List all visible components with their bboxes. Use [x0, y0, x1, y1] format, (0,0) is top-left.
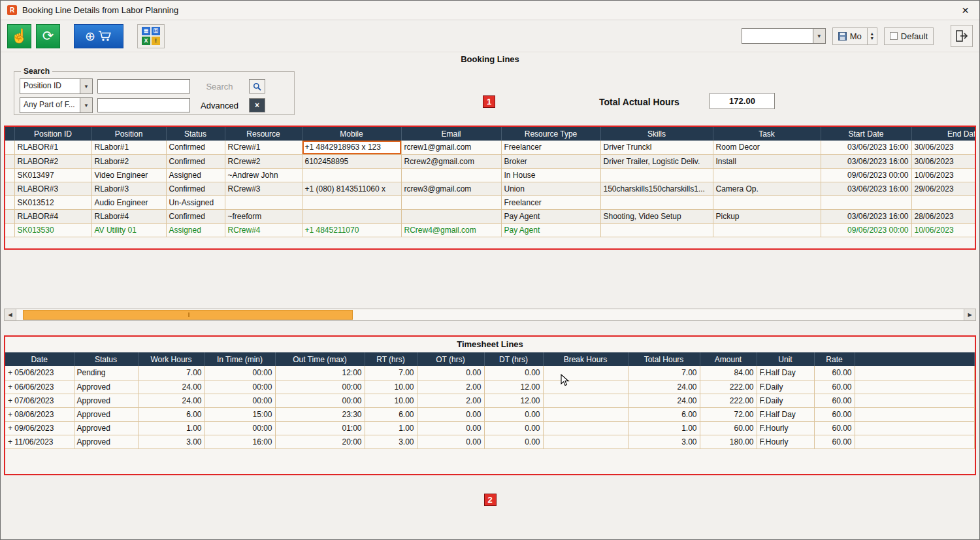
cell: Assigned: [166, 168, 225, 182]
cell: [911, 195, 976, 209]
column-header[interactable]: [5, 127, 14, 141]
column-header[interactable]: Amount: [700, 352, 757, 366]
booking-lines-table[interactable]: Position IDPositionStatusResourceMobileE…: [5, 127, 976, 237]
column-header[interactable]: Unit: [757, 352, 814, 366]
table-row[interactable]: + 09/06/2023Approved1.0000:0001:001.000.…: [5, 421, 975, 435]
column-header[interactable]: [855, 352, 975, 366]
column-header[interactable]: Break Hours: [543, 352, 628, 366]
table-row[interactable]: + 11/06/2023Approved3.0016:0020:003.000.…: [5, 435, 975, 448]
table-row[interactable]: + 07/06/2023Approved24.0000:0000:0010.00…: [5, 394, 975, 407]
search-match-combobox[interactable]: Any Part of F... ▼: [20, 97, 93, 113]
search-input[interactable]: [97, 79, 190, 93]
exit-button[interactable]: [951, 25, 973, 47]
column-header[interactable]: Rate: [814, 352, 855, 366]
view-selector-combobox[interactable]: ▼: [742, 28, 826, 44]
booking-lines-grid-region: Position IDPositionStatusResourceMobileE…: [4, 126, 976, 250]
column-header[interactable]: DT (hrs): [484, 352, 543, 366]
column-header[interactable]: Start Date: [821, 127, 911, 141]
column-header[interactable]: Out Time (max): [275, 352, 365, 366]
search-magnifier-button[interactable]: [249, 79, 265, 93]
cell: [302, 168, 401, 182]
cell: 60.00: [814, 421, 855, 435]
table-row[interactable]: RLABOR#1RLabor#1ConfirmedRCrew#1+1 48429…: [5, 141, 976, 154]
table-row[interactable]: SK013530AV Utility 01AssignedRCrew#4+1 4…: [5, 223, 976, 237]
app-icon: R: [7, 5, 17, 15]
chevron-down-icon[interactable]: ▼: [813, 28, 826, 44]
cell: [401, 195, 501, 209]
save-mode-label: Mo: [850, 31, 862, 41]
search-button[interactable]: Search: [195, 82, 244, 92]
cell: 09/06/2023 00:00: [821, 223, 911, 237]
clear-search-button[interactable]: ×: [249, 98, 265, 112]
search-panel: Search Position ID ▼ Search Any Part of: [14, 67, 295, 115]
cell: 10/06/2023: [911, 223, 976, 237]
cell: 00:00: [275, 380, 365, 394]
horizontal-scrollbar[interactable]: ◀ ▶: [4, 309, 976, 321]
column-header[interactable]: In Time (min): [204, 352, 275, 366]
column-header[interactable]: End Date: [911, 127, 976, 141]
column-header[interactable]: Date: [5, 352, 74, 366]
column-header[interactable]: Mobile: [302, 127, 401, 141]
cell: 6.00: [138, 407, 204, 421]
table-row[interactable]: RLABOR#3RLabor#3ConfirmedRCrew#3+1 (080)…: [5, 182, 976, 195]
chevron-down-icon[interactable]: ▼: [80, 78, 93, 94]
timesheet-lines-heading: Timesheet Lines: [5, 339, 975, 350]
cell: Confirmed: [166, 154, 225, 168]
column-header[interactable]: Email: [401, 127, 501, 141]
column-header[interactable]: Position: [91, 127, 166, 141]
cell: [5, 154, 14, 168]
alert-icon: !: [152, 37, 160, 45]
table-row[interactable]: + 06/06/2023Approved24.0000:0000:0010.00…: [5, 380, 975, 394]
search-input-secondary[interactable]: [97, 98, 190, 112]
column-header[interactable]: Status: [166, 127, 225, 141]
cell: 0.00: [417, 421, 484, 435]
column-header[interactable]: Total Hours: [628, 352, 700, 366]
table-row[interactable]: RLABOR#2RLabor#2ConfirmedRCrew#261024588…: [5, 154, 976, 168]
column-header[interactable]: RT (hrs): [365, 352, 417, 366]
column-header[interactable]: Skills: [600, 127, 713, 141]
add-to-cart-button[interactable]: ⊕: [74, 24, 123, 48]
default-label: Default: [901, 31, 928, 41]
cell: In House: [501, 168, 600, 182]
table-row[interactable]: + 05/06/2023Pending7.0000:0012:007.000.0…: [5, 366, 975, 380]
column-header[interactable]: Task: [713, 127, 821, 141]
search-field-combobox[interactable]: Position ID ▼: [20, 78, 93, 94]
cell: Approved: [74, 380, 138, 394]
advanced-search-button[interactable]: Advanced: [195, 101, 244, 110]
cell: Union: [501, 182, 600, 195]
cell: RCrew4@gmail.com: [401, 223, 501, 237]
cell: +1 4842918963 x 123: [302, 141, 401, 154]
chevron-down-icon[interactable]: ▼: [80, 97, 93, 113]
default-layout-button[interactable]: Default: [884, 27, 934, 45]
select-tool-button[interactable]: ☝: [7, 24, 31, 48]
cell: SK013512: [14, 195, 91, 209]
save-mode-button[interactable]: Mo: [832, 27, 868, 45]
table-row[interactable]: SK013497Video EngineerAssigned~Andrew Jo…: [5, 168, 976, 182]
cell: 72.00: [700, 407, 757, 421]
column-header[interactable]: Resource: [225, 127, 302, 141]
search-field-value: Position ID: [20, 78, 80, 94]
cell: 03/06/2023 16:00: [821, 209, 911, 223]
column-header[interactable]: Resource Type: [501, 127, 600, 141]
close-button[interactable]: ×: [959, 4, 972, 16]
column-header[interactable]: OT (hrs): [417, 352, 484, 366]
refresh-button[interactable]: ⟳: [36, 24, 60, 48]
cell: 60.00: [814, 380, 855, 394]
toolbar-right-group: ▼ Mo ▲ ▼ Default: [742, 25, 973, 47]
cell: [302, 209, 401, 223]
cell: [821, 195, 911, 209]
scroll-right-button[interactable]: ▶: [964, 309, 975, 320]
mode-spinner[interactable]: ▲ ▼: [868, 27, 877, 45]
table-row[interactable]: SK013512Audio EngineerUn-AssignedFreelan…: [5, 195, 976, 209]
scroll-left-button[interactable]: ◀: [5, 309, 16, 320]
scrollbar-thumb[interactable]: [23, 310, 353, 320]
timesheet-lines-table[interactable]: DateStatusWork HoursIn Time (min)Out Tim…: [5, 352, 975, 449]
column-header[interactable]: Position ID: [14, 127, 91, 141]
scrollbar-track[interactable]: [16, 309, 964, 320]
column-header[interactable]: Work Hours: [138, 352, 204, 366]
column-header[interactable]: Status: [74, 352, 138, 366]
cell: 0.00: [484, 407, 543, 421]
table-row[interactable]: + 08/06/2023Approved6.0015:0023:306.000.…: [5, 407, 975, 421]
export-options-button[interactable]: ≣ ⚿ X !: [137, 24, 165, 48]
table-row[interactable]: RLABOR#4RLabor#4Confirmed~freeformPay Ag…: [5, 209, 976, 223]
